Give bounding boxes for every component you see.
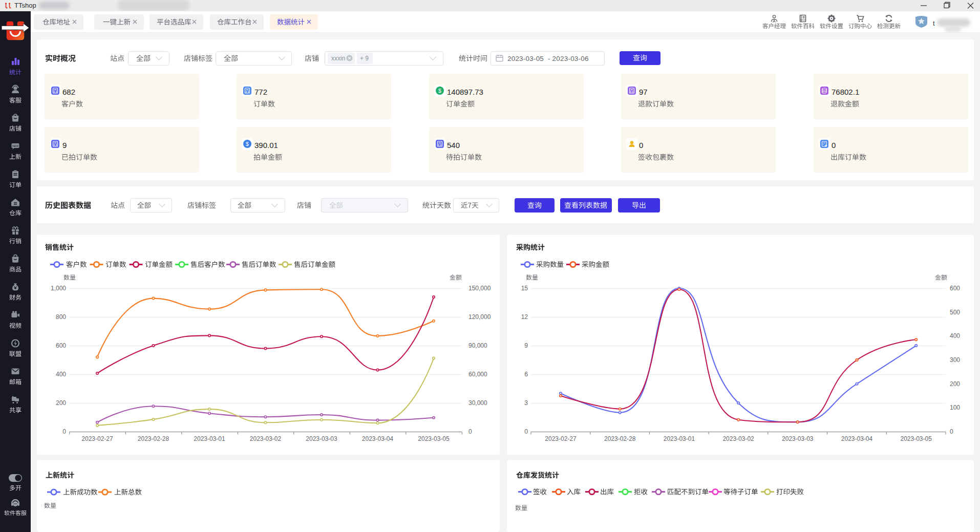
svg-text:2023-03-04: 2023-03-04 — [841, 435, 873, 442]
svg-text:9: 9 — [524, 342, 528, 349]
svg-text:60,000: 60,000 — [468, 371, 487, 378]
svg-text:$: $ — [246, 141, 249, 147]
svg-text:120,000: 120,000 — [468, 313, 491, 321]
svg-text:600: 600 — [56, 342, 66, 349]
svg-text:200: 200 — [950, 380, 960, 388]
svg-text:2023-02-28: 2023-02-28 — [604, 435, 636, 442]
svg-text:2023-03-02: 2023-03-02 — [250, 435, 282, 442]
svg-text:0: 0 — [524, 428, 528, 435]
svg-text:2023-03-03: 2023-03-03 — [782, 435, 814, 442]
svg-text:2023-03-03: 2023-03-03 — [306, 435, 337, 442]
svg-text:500: 500 — [950, 309, 960, 316]
svg-text:200: 200 — [56, 399, 66, 407]
svg-text:15: 15 — [521, 285, 528, 292]
svg-text:2023-03-05: 2023-03-05 — [901, 435, 932, 442]
svg-text:2023-02-27: 2023-02-27 — [545, 435, 577, 442]
svg-text:2023-03-04: 2023-03-04 — [362, 435, 394, 442]
svg-text:100: 100 — [950, 404, 960, 411]
svg-text:150,000: 150,000 — [468, 285, 491, 292]
svg-text:2023-03-01: 2023-03-01 — [664, 435, 695, 442]
svg-text:400: 400 — [56, 371, 66, 378]
svg-text:2023-02-28: 2023-02-28 — [138, 435, 169, 442]
svg-text:0: 0 — [468, 428, 472, 435]
svg-text:400: 400 — [950, 332, 960, 339]
svg-text:2023-03-05: 2023-03-05 — [418, 435, 450, 442]
svg-text:NEW: NEW — [12, 144, 18, 147]
svg-text:0: 0 — [950, 428, 953, 435]
svg-text:12: 12 — [521, 313, 528, 321]
svg-text:$: $ — [438, 88, 441, 94]
svg-text:600: 600 — [950, 285, 960, 292]
svg-text:2023-03-01: 2023-03-01 — [194, 435, 225, 442]
svg-text:300: 300 — [950, 356, 960, 364]
svg-text:90,000: 90,000 — [468, 342, 487, 349]
svg-text:2023-02-27: 2023-02-27 — [81, 435, 113, 442]
svg-text:800: 800 — [56, 313, 66, 321]
svg-text:2023-03-02: 2023-03-02 — [722, 435, 754, 442]
svg-text:30,000: 30,000 — [468, 399, 487, 407]
svg-text:1,000: 1,000 — [51, 285, 66, 292]
svg-text:0: 0 — [62, 428, 66, 435]
svg-text:6: 6 — [524, 371, 528, 378]
svg-text:3: 3 — [524, 399, 528, 407]
